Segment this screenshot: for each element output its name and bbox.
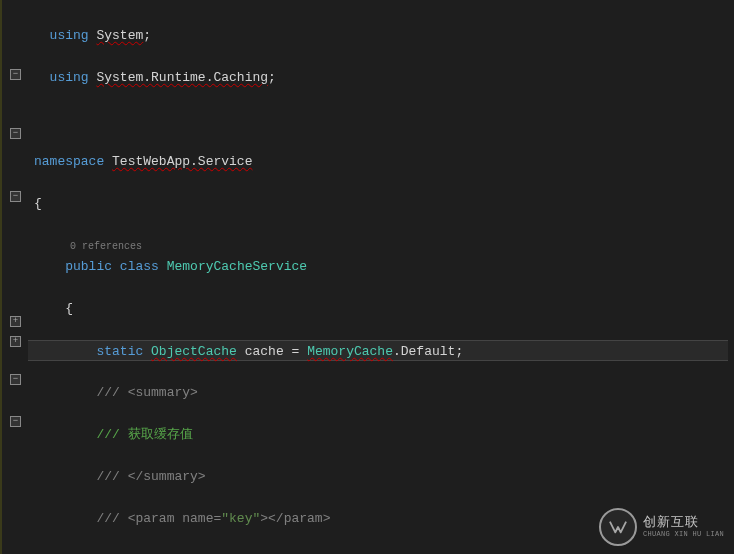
codelens[interactable]: 0 references <box>34 241 142 252</box>
code-line: using System; <box>34 25 728 46</box>
fold-summary-icon[interactable]: − <box>10 191 21 202</box>
code-area[interactable]: using System; using System.Runtime.Cachi… <box>28 0 734 554</box>
fold-initializer-icon[interactable]: − <box>10 416 21 427</box>
code-line: /// </summary> <box>34 466 728 487</box>
fold-namespace-icon[interactable]: − <box>10 69 21 80</box>
code-line: { <box>34 193 728 214</box>
fold-method2-icon[interactable]: − <box>10 374 21 385</box>
watermark: 创新互联 CHUANG XIN HU LIAN <box>599 508 724 546</box>
code-line <box>34 109 728 130</box>
code-line-active: static ObjectCache cache = MemoryCache.D… <box>28 340 728 361</box>
code-line: /// 获取缓存值 <box>34 424 728 445</box>
gutter: − − − + + − − <box>0 0 28 554</box>
code-line: /// <summary> <box>34 382 728 403</box>
code-line: using System.Runtime.Caching; <box>34 67 728 88</box>
fold-summary2-icon[interactable]: + <box>10 336 21 347</box>
watermark-text-en: CHUANG XIN HU LIAN <box>643 530 724 538</box>
fold-class-icon[interactable]: − <box>10 128 21 139</box>
code-line: public class MemoryCacheService <box>34 256 728 277</box>
code-line: /// <returns></returns> <box>34 550 728 554</box>
fold-method1-icon[interactable]: + <box>10 316 21 327</box>
watermark-text-cn: 创新互联 <box>643 516 724 531</box>
code-line: { <box>34 298 728 319</box>
watermark-logo-icon <box>599 508 637 546</box>
code-editor[interactable]: − − − + + − − using System; using System… <box>0 0 734 554</box>
code-line: namespace TestWebApp.Service <box>34 151 728 172</box>
